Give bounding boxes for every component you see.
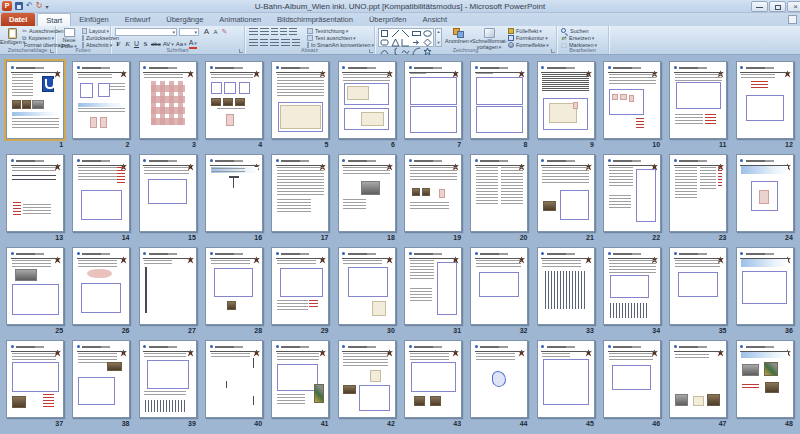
shape-outline-button[interactable]: Formkontur bbox=[508, 35, 554, 41]
tab-bildschirmpräsentation[interactable]: Bildschirmpräsentation bbox=[269, 13, 361, 26]
slide-thumbnail[interactable] bbox=[139, 247, 197, 325]
tab-überprüfen[interactable]: Überprüfen bbox=[361, 13, 415, 26]
shape-diamond-icon[interactable] bbox=[423, 38, 432, 47]
reset-button[interactable]: Zurücksetzen bbox=[82, 35, 109, 41]
cut-button[interactable]: ✂ Ausschneiden bbox=[22, 28, 54, 34]
shrink-font-button[interactable]: A bbox=[212, 28, 219, 36]
slide-thumbnail[interactable] bbox=[404, 154, 462, 232]
shapes-gallery[interactable] bbox=[378, 28, 434, 47]
slide-thumbnail[interactable] bbox=[205, 61, 263, 139]
slide-thumbnail[interactable] bbox=[470, 61, 528, 139]
new-slide-button[interactable]: Neue Folie bbox=[57, 27, 81, 47]
slide-thumbnail[interactable] bbox=[669, 61, 727, 139]
slide-thumbnail[interactable] bbox=[139, 340, 197, 418]
slide-thumbnail[interactable] bbox=[669, 340, 727, 418]
font-size-combo[interactable] bbox=[179, 28, 199, 36]
shape-diagonal-icon[interactable] bbox=[401, 29, 410, 38]
shape-square-icon[interactable] bbox=[380, 29, 389, 38]
slide-thumbnail[interactable] bbox=[404, 340, 462, 418]
shape-oval-icon[interactable] bbox=[423, 29, 432, 38]
paste-button[interactable]: Einfügen bbox=[0, 27, 24, 47]
slide-thumbnail[interactable] bbox=[6, 61, 64, 139]
layout-button[interactable]: Layout bbox=[82, 28, 109, 34]
align-left-icon[interactable] bbox=[249, 39, 258, 46]
clear-formatting-icon[interactable]: ✎ bbox=[221, 28, 228, 36]
slide-thumbnail[interactable] bbox=[603, 247, 661, 325]
slide-thumbnail[interactable] bbox=[669, 247, 727, 325]
restore-button[interactable] bbox=[769, 1, 786, 12]
shape-rect-icon[interactable] bbox=[412, 29, 421, 38]
tab-ansicht[interactable]: Ansicht bbox=[414, 13, 455, 26]
bullets-icon[interactable] bbox=[249, 28, 258, 35]
align-center-icon[interactable] bbox=[260, 39, 268, 46]
slide-thumbnail[interactable] bbox=[271, 340, 329, 418]
slide-thumbnail[interactable] bbox=[537, 61, 595, 139]
slide-thumbnail[interactable] bbox=[470, 154, 528, 232]
slide-thumbnail[interactable] bbox=[6, 340, 64, 418]
shapes-scroll-up-icon[interactable]: ▲ bbox=[437, 29, 441, 35]
copy-button[interactable]: ⧉ Kopieren bbox=[22, 35, 54, 41]
slide-thumbnail[interactable] bbox=[139, 61, 197, 139]
tab-datei[interactable]: Datei bbox=[1, 13, 35, 26]
slide-thumbnail[interactable] bbox=[603, 340, 661, 418]
font-name-combo[interactable] bbox=[115, 28, 177, 36]
quick-styles-button[interactable]: Schnellformat- vorlagen bbox=[472, 27, 506, 47]
slide-thumbnail[interactable] bbox=[271, 61, 329, 139]
slide-thumbnail[interactable] bbox=[205, 340, 263, 418]
tab-einfügen[interactable]: Einfügen bbox=[71, 13, 117, 26]
slide-thumbnail[interactable] bbox=[72, 247, 130, 325]
align-text-button[interactable]: Text ausrichten bbox=[307, 35, 372, 41]
slide-thumbnail[interactable] bbox=[470, 247, 528, 325]
tab-start[interactable]: Start bbox=[37, 13, 71, 26]
slide-thumbnail[interactable] bbox=[338, 154, 396, 232]
slide-thumbnail[interactable] bbox=[205, 247, 263, 325]
slide-thumbnail[interactable] bbox=[537, 247, 595, 325]
slide-thumbnail[interactable] bbox=[338, 61, 396, 139]
slide-thumbnail[interactable] bbox=[736, 247, 794, 325]
slide-thumbnail[interactable] bbox=[537, 340, 595, 418]
shape-elbow-icon[interactable] bbox=[401, 38, 410, 47]
line-spacing-icon[interactable] bbox=[289, 28, 297, 35]
slide-thumbnail[interactable] bbox=[736, 61, 794, 139]
slide-thumbnail[interactable] bbox=[338, 340, 396, 418]
tab-animationen[interactable]: Animationen bbox=[211, 13, 269, 26]
slide-thumbnail[interactable] bbox=[271, 154, 329, 232]
numbering-icon[interactable] bbox=[260, 28, 269, 35]
slide-thumbnail[interactable] bbox=[669, 154, 727, 232]
decrease-indent-icon[interactable] bbox=[271, 28, 278, 35]
replace-button[interactable]: ⇄ Ersetzen bbox=[561, 35, 607, 41]
slide-thumbnail[interactable] bbox=[205, 154, 263, 232]
document-controls-icon[interactable] bbox=[788, 15, 797, 24]
paragraph-dialog-launcher-icon[interactable] bbox=[369, 49, 373, 53]
slide-thumbnail[interactable] bbox=[736, 154, 794, 232]
slide-thumbnail[interactable] bbox=[537, 154, 595, 232]
slide-thumbnail[interactable] bbox=[271, 247, 329, 325]
shape-rounded-icon[interactable] bbox=[380, 38, 389, 47]
increase-indent-icon[interactable] bbox=[280, 28, 287, 35]
shapes-scrollbar[interactable]: ▲ ▼ bbox=[435, 28, 442, 47]
grow-font-button[interactable]: A bbox=[203, 28, 210, 36]
slide-thumbnail[interactable] bbox=[72, 340, 130, 418]
tab-übergänge[interactable]: Übergänge bbox=[158, 13, 211, 26]
shape-line-icon[interactable] bbox=[391, 29, 400, 38]
slide-thumbnail[interactable] bbox=[470, 340, 528, 418]
arrange-button[interactable]: Anordnen bbox=[445, 27, 471, 47]
shapes-scroll-down-icon[interactable]: ▼ bbox=[437, 40, 441, 46]
shape-fill-button[interactable]: Fülleffekt bbox=[508, 28, 554, 34]
slide-thumbnail[interactable] bbox=[72, 154, 130, 232]
shape-arrow-icon[interactable] bbox=[412, 38, 421, 47]
shape-triangle-icon[interactable] bbox=[391, 38, 400, 47]
justify-icon[interactable] bbox=[281, 39, 290, 46]
slide-thumbnail[interactable] bbox=[404, 247, 462, 325]
minimize-button[interactable] bbox=[751, 1, 768, 12]
slide-thumbnail[interactable] bbox=[6, 247, 64, 325]
text-direction-button[interactable]: Textrichtung bbox=[307, 28, 372, 34]
font-dialog-launcher-icon[interactable] bbox=[239, 49, 243, 53]
align-right-icon[interactable] bbox=[270, 39, 279, 46]
columns-icon[interactable] bbox=[292, 39, 300, 46]
slide-thumbnail[interactable] bbox=[404, 61, 462, 139]
tab-entwurf[interactable]: Entwurf bbox=[117, 13, 158, 26]
slide-thumbnail[interactable] bbox=[72, 61, 130, 139]
slide-thumbnail[interactable] bbox=[6, 154, 64, 232]
slide-thumbnail[interactable] bbox=[736, 340, 794, 418]
